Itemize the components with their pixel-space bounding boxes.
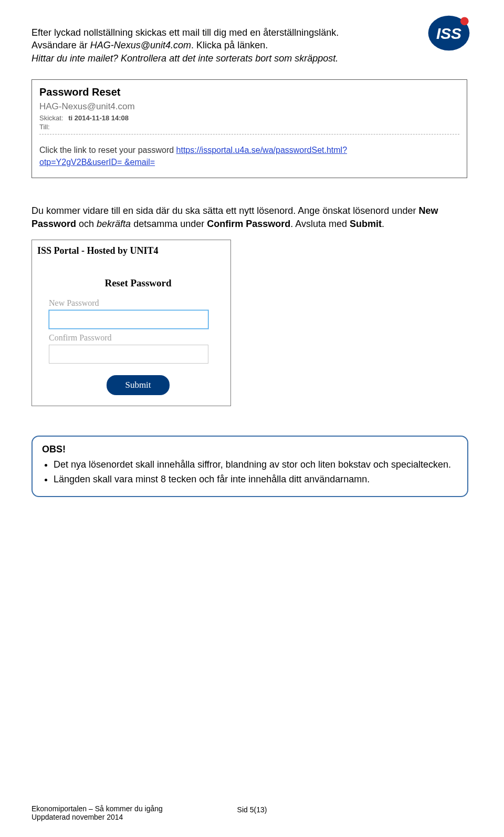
email-sent-label: Skickat: <box>39 114 64 122</box>
svg-point-2 <box>460 17 469 25</box>
intro-email: HAG-Nexus@unit4.com <box>90 40 191 50</box>
submit-button[interactable]: Submit <box>107 375 170 395</box>
mid-sub: Submit <box>350 219 382 229</box>
email-title: Password Reset <box>39 86 459 98</box>
intro-line3: Hittar du inte mailet? Kontrollera att d… <box>32 53 338 64</box>
mid-a: Du kommer vidare till en sida där du ska… <box>32 205 418 216</box>
obs-item-1: Det nya lösenordet skall innehålla siffr… <box>54 458 458 471</box>
email-body-prefix: Click the link to reset your password <box>39 146 176 154</box>
reset-password-form: ISS Portal - Hosted by UNIT4 Reset Passw… <box>32 240 231 406</box>
svg-text:ISS: ISS <box>436 25 461 42</box>
email-sent-row: Skickat: ti 2014-11-18 14:08 <box>39 114 459 122</box>
confirm-password-input[interactable] <box>49 345 208 364</box>
intro-line2a: Avsändare är <box>32 40 90 50</box>
email-preview-box: Password Reset HAG-Nexus@unit4.com Skick… <box>32 79 467 178</box>
email-to-row: Till: <box>39 123 459 135</box>
email-reset-link-2[interactable]: otp=Y2gV2B&userID= &email= <box>39 158 155 167</box>
mid-bek: bekräfta <box>97 219 131 229</box>
new-password-input[interactable] <box>49 310 208 329</box>
page-footer: Sid 5(13) Ekonomiportalen – Så kommer du… <box>32 804 472 821</box>
new-password-label: New Password <box>49 298 219 308</box>
mid-e: . <box>382 219 384 229</box>
obs-title: OBS! <box>42 444 458 455</box>
email-sent-value: ti 2014-11-18 14:08 <box>68 114 129 122</box>
footer-page-number: Sid 5(13) <box>237 805 267 814</box>
form-subheader: Reset Password <box>80 277 196 289</box>
intro-line1: Efter lyckad nollställning skickas ett m… <box>32 27 339 38</box>
email-from: HAG-Nexus@unit4.com <box>39 101 459 112</box>
mid-cp: Confirm Password <box>207 219 290 229</box>
intro-line2b: . Klicka på länken. <box>191 40 268 50</box>
intro-text: Efter lyckad nollställning skickas ett m… <box>32 26 420 65</box>
mid-b: och <box>76 219 97 229</box>
obs-list: Det nya lösenordet skall innehålla siffr… <box>54 458 458 486</box>
mid-c: detsamma under <box>131 219 207 229</box>
obs-callout: OBS! Det nya lösenordet skall innehålla … <box>32 436 468 498</box>
footer-doc-title: Ekonomiportalen – Så kommer du igång <box>32 804 163 813</box>
mid-d: . Avsluta med <box>290 219 350 229</box>
footer-updated: Uppdaterad november 2014 <box>32 813 163 821</box>
obs-item-2: Längden skall vara minst 8 tecken och få… <box>54 473 458 485</box>
email-to-label: Till: <box>39 123 50 131</box>
email-reset-link-1[interactable]: https://issportal.u4a.se/wa/passwordSet.… <box>176 146 348 154</box>
iss-logo: ISS <box>425 15 472 51</box>
confirm-password-label: Confirm Password <box>49 333 219 343</box>
instruction-text: Du kommer vidare till en sida där du ska… <box>32 204 472 230</box>
form-header: ISS Portal - Hosted by UNIT4 <box>32 240 230 266</box>
email-body: Click the link to reset your password ht… <box>39 144 459 168</box>
